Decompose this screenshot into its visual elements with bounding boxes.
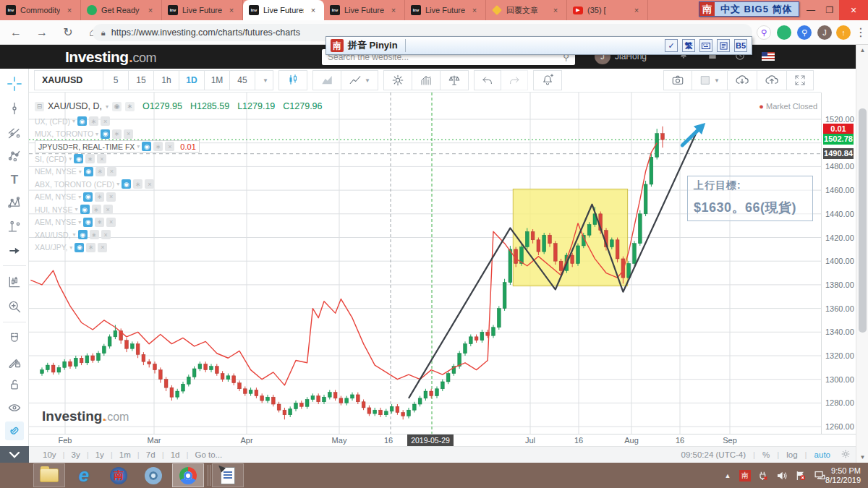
interval-button-1D[interactable]: 1D	[179, 70, 205, 90]
legend-eye-icon[interactable]: ◉	[112, 102, 122, 111]
tray-device-icon[interactable]	[754, 463, 772, 488]
browser-tab[interactable]: Get Ready for a×	[81, 0, 162, 20]
chevron-down-icon[interactable]: ▾	[73, 231, 76, 238]
tray-clock[interactable]: 9:50 PM 8/12/2019	[816, 463, 861, 488]
visibility-eye-icon[interactable]: ◉	[83, 192, 93, 202]
range-button-1d[interactable]: 1d	[164, 450, 187, 459]
overlay-series-row[interactable]: JPYUSD=R, REAL-TIME FX▾◉∗×0.01	[35, 140, 200, 153]
browser-tab[interactable]: ▶(35) [×	[567, 0, 648, 20]
indicators-button[interactable]	[412, 70, 441, 90]
tab-close-icon[interactable]: ×	[308, 6, 318, 14]
legend-collapse-icon[interactable]: ⊟	[35, 102, 44, 111]
log-scale-button[interactable]: log	[786, 450, 797, 459]
overlay-series-row[interactable]: XAU/USD,▾◉∗×	[35, 228, 200, 241]
series-close-icon[interactable]: ×	[124, 129, 133, 139]
visibility-eye-icon[interactable]: ◉	[77, 116, 87, 126]
visibility-eye-icon[interactable]: ◉	[84, 167, 93, 176]
chevron-down-icon[interactable]: ▾	[137, 143, 140, 150]
tab-close-icon[interactable]: ×	[145, 6, 156, 14]
tray-action-center-flag-icon[interactable]	[792, 463, 809, 488]
tab-close-icon[interactable]: ×	[631, 6, 642, 14]
line-chart-style-button[interactable]: ▼	[341, 70, 378, 90]
visibility-eye-icon[interactable]: ◉	[75, 243, 84, 252]
ime-check-button[interactable]: ✓	[665, 39, 678, 52]
series-close-icon[interactable]: ×	[101, 230, 111, 239]
range-button-1y[interactable]: 1y	[89, 450, 111, 459]
interval-button-15[interactable]: 15	[128, 70, 154, 90]
overlay-series-row[interactable]: NEM, NYSE▾◉∗×	[35, 166, 200, 179]
chevron-down-icon[interactable]: ▾	[79, 168, 82, 175]
prediction-tool[interactable]	[5, 218, 24, 236]
tab-close-icon[interactable]: ×	[550, 6, 561, 14]
gann-fibonacci-tool[interactable]	[5, 147, 24, 166]
taskbar-file-explorer[interactable]	[33, 463, 65, 487]
forward-icon[interactable]: →	[33, 24, 51, 41]
visibility-eye-icon[interactable]: ◉	[78, 230, 88, 239]
series-close-icon[interactable]: ×	[106, 218, 116, 227]
chevron-down-icon[interactable]: ▾	[72, 118, 75, 124]
legend-symbol[interactable]: XAU/USD, D,	[48, 101, 102, 111]
lock-tool[interactable]	[5, 375, 24, 394]
goto-button[interactable]: Go to...	[188, 450, 229, 459]
load-chart-cloud-button[interactable]	[727, 70, 757, 90]
axis-settings-gear-icon[interactable]	[841, 449, 851, 461]
window-minimize-button[interactable]: —	[801, 0, 820, 20]
window-close-button[interactable]: ×	[839, 0, 868, 20]
scroll-down-icon[interactable]: ▼	[856, 452, 868, 463]
series-settings-icon[interactable]: ∗	[95, 218, 104, 227]
series-settings-icon[interactable]: ∗	[95, 167, 105, 176]
browser-tab[interactable]: InvCommodity An×	[0, 0, 81, 20]
bar-forecast-tool[interactable]	[5, 273, 24, 291]
browser-tab[interactable]: InvLive Futures Ch×	[162, 0, 243, 20]
tab-close-icon[interactable]: ×	[469, 6, 480, 14]
tab-close-icon[interactable]: ×	[388, 6, 399, 14]
us-flag-icon[interactable]	[762, 52, 775, 61]
series-close-icon[interactable]: ×	[101, 116, 110, 126]
browser-tab[interactable]: 回覆文章×	[486, 0, 567, 20]
series-close-icon[interactable]: ×	[145, 179, 154, 189]
chevron-down-icon[interactable]: ▾	[69, 155, 72, 162]
ime-traditional-button[interactable]: 繁	[682, 39, 695, 52]
range-button-10y[interactable]: 10y	[36, 450, 63, 459]
ime-language-badge[interactable]: 南 中文 BIG5 简体	[699, 1, 799, 17]
ime-mode-label[interactable]: 拼音 Pinyin	[348, 39, 406, 52]
overlay-series-row[interactable]: SI, (CFD)▾◉∗×	[35, 153, 200, 166]
series-settings-icon[interactable]: ∗	[90, 230, 99, 239]
undo-button[interactable]	[474, 70, 501, 90]
visibility-eye-icon[interactable]: ◉	[83, 218, 93, 227]
chevron-down-icon[interactable]: ▾	[116, 181, 119, 187]
tab-close-icon[interactable]: ×	[226, 6, 237, 14]
visibility-eye-icon[interactable]: ◉	[142, 142, 151, 151]
interval-button-45[interactable]: 45	[229, 70, 255, 90]
interval-button-1h[interactable]: 1h	[153, 70, 179, 90]
symbol-input[interactable]: XAU/USD	[34, 70, 103, 90]
browser-menu-icon[interactable]: ⋮	[855, 24, 865, 41]
visibility-eye-icon[interactable]: ◉	[80, 205, 90, 214]
taskbar-chrome[interactable]	[172, 463, 204, 487]
tray-ime-icon[interactable]: 南	[737, 463, 753, 488]
interval-dropdown[interactable]: ▼	[255, 70, 273, 90]
browser-tab[interactable]: InvLive Futures Ch×	[405, 0, 486, 20]
price-axis[interactable]: 1520.001480.001460.001440.001420.001400.…	[821, 93, 856, 434]
compare-button[interactable]	[440, 70, 469, 90]
series-close-icon[interactable]: ×	[107, 167, 116, 176]
auto-scale-button[interactable]: auto	[814, 450, 830, 459]
taskbar-writer[interactable]	[212, 463, 244, 487]
taskbar-chromium[interactable]	[137, 463, 169, 487]
chevron-down-icon[interactable]: ▾	[78, 219, 81, 226]
candlestick-style-button[interactable]	[278, 70, 307, 90]
series-settings-icon[interactable]: ∗	[133, 179, 142, 189]
trend-line-tool[interactable]	[5, 99, 24, 118]
extension-green-icon[interactable]	[777, 25, 791, 40]
series-settings-icon[interactable]: ∗	[89, 116, 98, 126]
overlay-series-row[interactable]: AEM, NYSE▾◉∗×	[35, 216, 200, 229]
overlay-series-row[interactable]: UX, (CFD)▾◉∗×	[35, 115, 200, 128]
range-button-3y[interactable]: 3y	[65, 450, 87, 459]
series-settings-icon[interactable]: ∗	[153, 142, 163, 151]
chevron-down-icon[interactable]: ▾	[95, 131, 98, 137]
series-close-icon[interactable]: ×	[103, 205, 113, 214]
chevron-down-icon[interactable]: ▾	[69, 244, 72, 251]
save-chart-cloud-button[interactable]	[757, 70, 787, 90]
fullscreen-button[interactable]	[786, 70, 814, 90]
series-settings-icon[interactable]: ∗	[112, 129, 122, 139]
